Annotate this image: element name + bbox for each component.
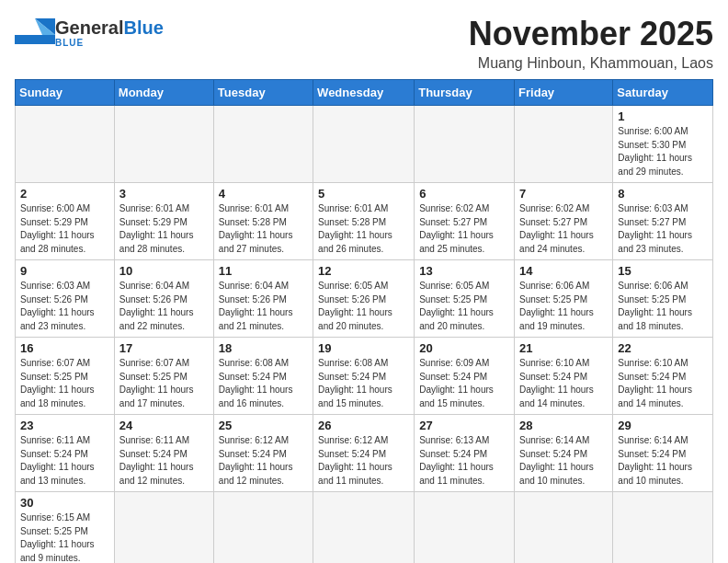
- table-row: [213, 106, 313, 183]
- table-row: 1Sunrise: 6:00 AM Sunset: 5:30 PM Daylig…: [613, 106, 713, 183]
- header-monday: Monday: [114, 80, 213, 106]
- day-number: 9: [20, 264, 109, 278]
- logo: GeneralBlue BLUE: [15, 15, 164, 50]
- header-tuesday: Tuesday: [213, 80, 313, 106]
- day-number: 16: [20, 341, 109, 355]
- table-row: [16, 106, 115, 183]
- table-row: 21Sunrise: 6:10 AM Sunset: 5:24 PM Dayli…: [515, 338, 613, 415]
- day-info: Sunrise: 6:08 AM Sunset: 5:24 PM Dayligh…: [318, 357, 409, 410]
- day-info: Sunrise: 6:13 AM Sunset: 5:24 PM Dayligh…: [419, 434, 509, 488]
- day-info: Sunrise: 6:07 AM Sunset: 5:25 PM Dayligh…: [20, 357, 109, 410]
- table-row: [313, 492, 415, 564]
- day-number: 8: [618, 187, 708, 201]
- month-title: November 2025: [469, 15, 713, 53]
- day-info: Sunrise: 6:00 AM Sunset: 5:29 PM Dayligh…: [20, 202, 109, 256]
- day-info: Sunrise: 6:04 AM Sunset: 5:26 PM Dayligh…: [119, 280, 209, 333]
- day-info: Sunrise: 6:15 AM Sunset: 5:25 PM Dayligh…: [20, 511, 109, 563]
- table-row: 18Sunrise: 6:08 AM Sunset: 5:24 PM Dayli…: [213, 338, 313, 415]
- table-row: 6Sunrise: 6:02 AM Sunset: 5:27 PM Daylig…: [415, 183, 515, 260]
- table-row: [613, 492, 713, 564]
- table-row: 3Sunrise: 6:01 AM Sunset: 5:29 PM Daylig…: [114, 183, 213, 260]
- day-info: Sunrise: 6:01 AM Sunset: 5:28 PM Dayligh…: [219, 202, 308, 256]
- day-number: 18: [219, 341, 308, 355]
- table-row: 2Sunrise: 6:00 AM Sunset: 5:29 PM Daylig…: [16, 183, 115, 260]
- table-row: [415, 492, 515, 564]
- day-number: 30: [20, 496, 109, 510]
- day-number: 3: [119, 187, 209, 201]
- day-info: Sunrise: 6:03 AM Sunset: 5:27 PM Dayligh…: [618, 202, 708, 256]
- day-number: 19: [318, 341, 409, 355]
- day-number: 11: [219, 264, 308, 278]
- table-row: 17Sunrise: 6:07 AM Sunset: 5:25 PM Dayli…: [114, 338, 213, 415]
- table-row: 25Sunrise: 6:12 AM Sunset: 5:24 PM Dayli…: [213, 415, 313, 492]
- table-row: [114, 492, 213, 564]
- table-row: [515, 106, 613, 183]
- svg-rect-0: [15, 35, 55, 44]
- header: GeneralBlue BLUE November 2025 Muang Hin…: [15, 15, 713, 72]
- day-number: 14: [519, 264, 608, 278]
- header-friday: Friday: [515, 80, 613, 106]
- header-sunday: Sunday: [16, 80, 115, 106]
- day-number: 21: [519, 341, 608, 355]
- day-number: 2: [20, 187, 109, 201]
- header-saturday: Saturday: [613, 80, 713, 106]
- day-info: Sunrise: 6:05 AM Sunset: 5:25 PM Dayligh…: [419, 280, 509, 333]
- day-number: 29: [618, 419, 708, 432]
- table-row: [415, 106, 515, 183]
- day-info: Sunrise: 6:11 AM Sunset: 5:24 PM Dayligh…: [20, 434, 109, 488]
- day-number: 26: [318, 419, 409, 432]
- table-row: 15Sunrise: 6:06 AM Sunset: 5:25 PM Dayli…: [613, 260, 713, 338]
- logo-text: GeneralBlue: [55, 17, 164, 38]
- calendar: Sunday Monday Tuesday Wednesday Thursday…: [15, 79, 713, 563]
- logo-icon: [15, 15, 50, 50]
- logo-subtitle: BLUE: [55, 38, 164, 48]
- day-number: 25: [219, 419, 308, 432]
- table-row: 7Sunrise: 6:02 AM Sunset: 5:27 PM Daylig…: [515, 183, 613, 260]
- table-row: 20Sunrise: 6:09 AM Sunset: 5:24 PM Dayli…: [415, 338, 515, 415]
- day-info: Sunrise: 6:14 AM Sunset: 5:24 PM Dayligh…: [618, 434, 708, 488]
- day-info: Sunrise: 6:03 AM Sunset: 5:26 PM Dayligh…: [20, 280, 109, 333]
- table-row: 10Sunrise: 6:04 AM Sunset: 5:26 PM Dayli…: [114, 260, 213, 338]
- day-info: Sunrise: 6:10 AM Sunset: 5:24 PM Dayligh…: [618, 357, 708, 410]
- table-row: 24Sunrise: 6:11 AM Sunset: 5:24 PM Dayli…: [114, 415, 213, 492]
- day-info: Sunrise: 6:09 AM Sunset: 5:24 PM Dayligh…: [419, 357, 509, 410]
- day-number: 27: [419, 419, 509, 432]
- header-thursday: Thursday: [415, 80, 515, 106]
- day-info: Sunrise: 6:14 AM Sunset: 5:24 PM Dayligh…: [519, 434, 608, 488]
- table-row: 22Sunrise: 6:10 AM Sunset: 5:24 PM Dayli…: [613, 338, 713, 415]
- day-number: 12: [318, 264, 409, 278]
- day-info: Sunrise: 6:08 AM Sunset: 5:24 PM Dayligh…: [219, 357, 308, 410]
- location-title: Muang Hinboun, Khammouan, Laos: [469, 55, 713, 72]
- table-row: 28Sunrise: 6:14 AM Sunset: 5:24 PM Dayli…: [515, 415, 613, 492]
- day-info: Sunrise: 6:04 AM Sunset: 5:26 PM Dayligh…: [219, 280, 308, 333]
- table-row: 9Sunrise: 6:03 AM Sunset: 5:26 PM Daylig…: [16, 260, 115, 338]
- day-number: 7: [519, 187, 608, 201]
- day-number: 23: [20, 419, 109, 432]
- table-row: 26Sunrise: 6:12 AM Sunset: 5:24 PM Dayli…: [313, 415, 415, 492]
- day-info: Sunrise: 6:07 AM Sunset: 5:25 PM Dayligh…: [119, 357, 209, 410]
- day-number: 22: [618, 341, 708, 355]
- table-row: [313, 106, 415, 183]
- day-info: Sunrise: 6:10 AM Sunset: 5:24 PM Dayligh…: [519, 357, 608, 410]
- table-row: 29Sunrise: 6:14 AM Sunset: 5:24 PM Dayli…: [613, 415, 713, 492]
- table-row: [114, 106, 213, 183]
- table-row: 5Sunrise: 6:01 AM Sunset: 5:28 PM Daylig…: [313, 183, 415, 260]
- title-section: November 2025 Muang Hinboun, Khammouan, …: [469, 15, 713, 72]
- day-info: Sunrise: 6:01 AM Sunset: 5:29 PM Dayligh…: [119, 202, 209, 256]
- table-row: 27Sunrise: 6:13 AM Sunset: 5:24 PM Dayli…: [415, 415, 515, 492]
- table-row: 13Sunrise: 6:05 AM Sunset: 5:25 PM Dayli…: [415, 260, 515, 338]
- table-row: 14Sunrise: 6:06 AM Sunset: 5:25 PM Dayli…: [515, 260, 613, 338]
- logo-text-wrap: GeneralBlue BLUE: [55, 17, 164, 48]
- day-number: 20: [419, 341, 509, 355]
- table-row: [213, 492, 313, 564]
- day-info: Sunrise: 6:06 AM Sunset: 5:25 PM Dayligh…: [618, 280, 708, 333]
- day-info: Sunrise: 6:02 AM Sunset: 5:27 PM Dayligh…: [519, 202, 608, 256]
- calendar-header-row: Sunday Monday Tuesday Wednesday Thursday…: [16, 80, 713, 106]
- day-number: 13: [419, 264, 509, 278]
- table-row: [515, 492, 613, 564]
- day-number: 17: [119, 341, 209, 355]
- table-row: 19Sunrise: 6:08 AM Sunset: 5:24 PM Dayli…: [313, 338, 415, 415]
- day-info: Sunrise: 6:02 AM Sunset: 5:27 PM Dayligh…: [419, 202, 509, 256]
- table-row: 30Sunrise: 6:15 AM Sunset: 5:25 PM Dayli…: [16, 492, 115, 564]
- day-info: Sunrise: 6:05 AM Sunset: 5:26 PM Dayligh…: [318, 280, 409, 333]
